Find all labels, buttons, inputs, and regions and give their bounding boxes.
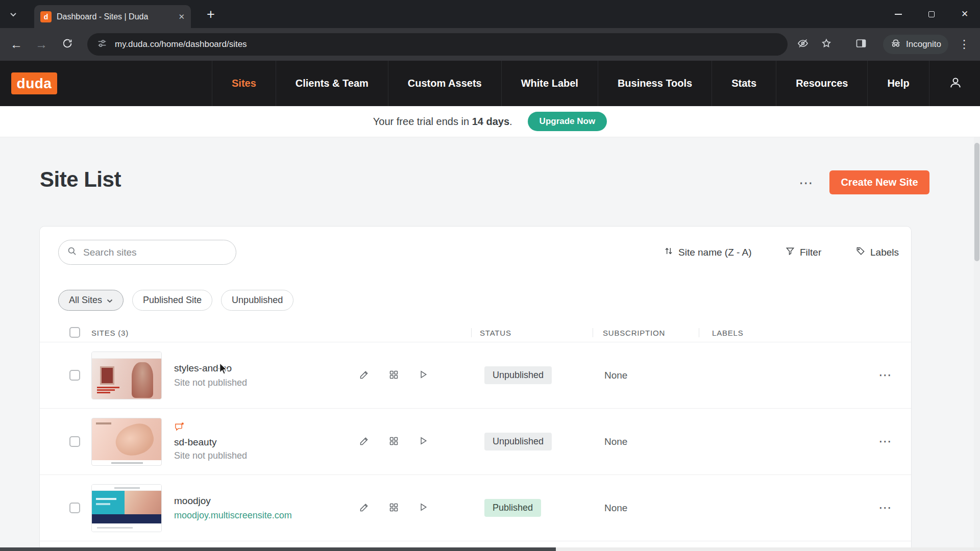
subscription-cell: None bbox=[604, 475, 627, 541]
checkbox[interactable] bbox=[69, 436, 80, 447]
side-panel-button[interactable] bbox=[851, 34, 871, 55]
row-checkbox[interactable] bbox=[69, 436, 80, 447]
trial-days: 14 days bbox=[472, 116, 509, 127]
main-nav: Sites Clients & Team Custom Assets White… bbox=[212, 61, 929, 106]
site-info: styles-and-co Site not published bbox=[174, 342, 247, 408]
page-more-button[interactable]: ⋯ bbox=[794, 171, 818, 194]
table-row: moodjoy moodjoy.multiscreensite.com Publ… bbox=[40, 475, 911, 541]
incognito-icon bbox=[890, 38, 901, 52]
grid-icon bbox=[388, 369, 399, 382]
window-close-button[interactable]: ✕ bbox=[949, 0, 980, 28]
browser-tab[interactable]: d Dashboard - Sites | Duda ✕ bbox=[34, 5, 191, 28]
vertical-scrollbar-thumb[interactable] bbox=[974, 143, 979, 261]
select-all-checkbox[interactable] bbox=[69, 327, 80, 338]
nav-item-custom-assets[interactable]: Custom Assets bbox=[388, 61, 501, 106]
column-divider bbox=[593, 328, 593, 337]
site-name[interactable]: moodjoy bbox=[174, 495, 292, 507]
preview-site-button[interactable] bbox=[414, 433, 432, 451]
browser-tab-strip: d Dashboard - Sites | Duda ✕ + ✕ bbox=[0, 0, 980, 28]
horizontal-scrollbar-thumb[interactable] bbox=[0, 547, 556, 551]
create-new-site-button[interactable]: Create New Site bbox=[829, 170, 929, 194]
reload-icon bbox=[62, 38, 73, 51]
trial-text-suffix: . bbox=[509, 116, 512, 127]
tab-close-icon[interactable]: ✕ bbox=[178, 12, 185, 21]
chip-all-sites[interactable]: All Sites bbox=[58, 290, 124, 311]
search-input[interactable] bbox=[83, 247, 228, 258]
incognito-badge: Incognito bbox=[883, 35, 948, 54]
chip-published-site[interactable]: Published Site bbox=[132, 290, 212, 311]
site-thumbnail[interactable] bbox=[91, 484, 162, 532]
filter-control[interactable]: Filter bbox=[785, 240, 821, 265]
address-bar[interactable]: my.duda.co/home/dashboard/sites bbox=[87, 33, 788, 56]
checkbox[interactable] bbox=[69, 503, 80, 513]
nav-item-help[interactable]: Help bbox=[867, 61, 929, 106]
header-subscription: SUBSCRIPTION bbox=[603, 329, 665, 337]
nav-item-stats[interactable]: Stats bbox=[712, 61, 776, 106]
new-tab-button[interactable]: + bbox=[202, 6, 219, 23]
comments-indicator-icon[interactable] bbox=[174, 422, 247, 434]
site-domain-link[interactable]: moodjoy.multiscreensite.com bbox=[174, 510, 292, 521]
bookmark-button[interactable] bbox=[816, 34, 837, 55]
switch-template-button[interactable] bbox=[384, 366, 403, 385]
filter-chips: All Sites Published Site Unpublished bbox=[58, 290, 293, 311]
edit-site-button[interactable] bbox=[355, 433, 373, 451]
nav-item-business-tools[interactable]: Business Tools bbox=[598, 61, 712, 106]
browser-menu-button[interactable]: ⋮ bbox=[954, 34, 974, 55]
status-cell: Unpublished bbox=[484, 342, 552, 408]
password-hidden-button[interactable] bbox=[793, 34, 813, 55]
nav-item-white-label[interactable]: White Label bbox=[501, 61, 598, 106]
switch-template-button[interactable] bbox=[384, 433, 403, 451]
row-more-button[interactable]: ⋯ bbox=[873, 475, 897, 541]
account-button[interactable] bbox=[946, 74, 965, 93]
thumbnail-art bbox=[111, 462, 143, 464]
kebab-icon: ⋮ bbox=[959, 38, 970, 51]
table-row: sd-beauty Site not published Unpublished… bbox=[40, 409, 911, 475]
mouse-cursor bbox=[218, 362, 231, 378]
window-maximize-button[interactable] bbox=[916, 0, 947, 28]
funnel-icon bbox=[785, 246, 795, 259]
thumbnail-art bbox=[96, 422, 111, 424]
preview-site-button[interactable] bbox=[414, 499, 432, 517]
row-actions bbox=[355, 342, 432, 408]
status-cell: Published bbox=[484, 475, 541, 541]
checkbox[interactable] bbox=[69, 327, 80, 338]
eye-off-icon bbox=[797, 37, 809, 52]
sort-control[interactable]: Site name (Z - A) bbox=[664, 240, 752, 265]
switch-template-button[interactable] bbox=[384, 499, 403, 517]
upgrade-now-button[interactable]: Upgrade Now bbox=[528, 112, 607, 131]
nav-item-clients-team[interactable]: Clients & Team bbox=[276, 61, 388, 106]
forward-button[interactable]: → bbox=[31, 34, 52, 55]
chip-label: All Sites bbox=[69, 295, 102, 306]
site-thumbnail[interactable] bbox=[91, 352, 162, 399]
row-checkbox[interactable] bbox=[69, 370, 80, 381]
edit-site-button[interactable] bbox=[355, 366, 373, 385]
row-more-button[interactable]: ⋯ bbox=[873, 342, 897, 408]
checkbox[interactable] bbox=[69, 370, 80, 381]
site-name[interactable]: styles-and-co bbox=[174, 363, 247, 374]
table-header: SITES (3) STATUS SUBSCRIPTION LABELS bbox=[40, 323, 911, 342]
back-button[interactable]: ← bbox=[6, 34, 27, 55]
thumbnail-art bbox=[97, 386, 119, 394]
nav-item-sites[interactable]: Sites bbox=[212, 61, 276, 106]
column-divider bbox=[699, 328, 699, 337]
trial-text: Your free trial ends in 14 days. bbox=[373, 116, 512, 128]
reload-button[interactable] bbox=[57, 34, 78, 55]
chip-unpublished[interactable]: Unpublished bbox=[221, 290, 293, 311]
site-name[interactable]: sd-beauty bbox=[174, 437, 247, 448]
edit-site-button[interactable] bbox=[355, 499, 373, 517]
status-badge: Published bbox=[484, 499, 541, 517]
window-minimize-button[interactable] bbox=[883, 0, 914, 28]
tab-search-button[interactable] bbox=[6, 7, 20, 21]
nav-item-resources[interactable]: Resources bbox=[776, 61, 867, 106]
labels-control[interactable]: Labels bbox=[855, 240, 899, 265]
row-more-button[interactable]: ⋯ bbox=[873, 409, 897, 474]
url-text[interactable]: my.duda.co/home/dashboard/sites bbox=[115, 39, 247, 49]
thumbnail-art bbox=[92, 352, 161, 359]
preview-site-button[interactable] bbox=[414, 366, 432, 385]
site-thumbnail[interactable] bbox=[91, 418, 162, 466]
forward-arrow-icon: → bbox=[35, 37, 47, 52]
sort-icon bbox=[664, 246, 674, 259]
row-checkbox[interactable] bbox=[69, 503, 80, 513]
search-box[interactable] bbox=[58, 240, 236, 265]
duda-logo[interactable]: duda bbox=[11, 72, 57, 94]
